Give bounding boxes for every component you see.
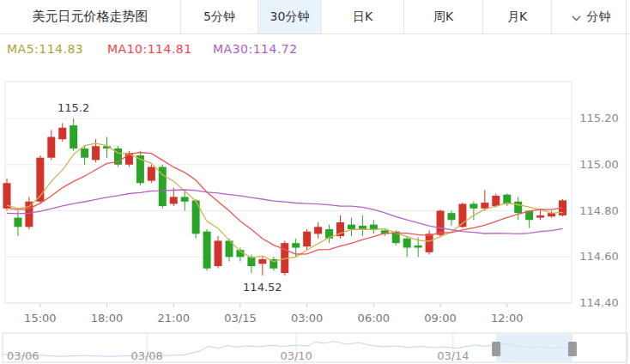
- candle-body: [25, 202, 33, 228]
- candle-body: [170, 197, 178, 203]
- x-axis-label: 18:00: [86, 312, 129, 325]
- x-axis-label: 06:00: [352, 312, 395, 325]
- candle-body: [159, 167, 167, 206]
- x-axis-label: 21:00: [152, 312, 195, 325]
- candle-body: [47, 137, 55, 158]
- navigator-handle-right[interactable]: [568, 342, 577, 356]
- y-axis-label: 114.80: [573, 204, 625, 217]
- candle-body: [36, 158, 44, 202]
- candle-body: [437, 211, 445, 235]
- candle-body: [492, 196, 500, 206]
- y-axis-label: 115.20: [573, 112, 625, 124]
- container-right-border: [626, 0, 627, 364]
- candle-body: [81, 149, 88, 158]
- candle-body: [70, 125, 77, 149]
- y-axis-label: 115.00: [573, 158, 625, 171]
- candle-body: [181, 197, 189, 201]
- candle-body: [215, 240, 222, 266]
- usdjpy-chart-widget: 美元日元价格走势图 5分钟 30分钟 日K 周K 月K 分钟 MA5:114.8…: [0, 0, 630, 364]
- candle-body: [469, 203, 477, 208]
- navigator-selection-window[interactable]: [496, 334, 572, 361]
- high-price-annotation: 115.2: [48, 101, 100, 114]
- candle-body: [536, 215, 544, 218]
- candle-body: [203, 232, 211, 269]
- candle-body: [426, 234, 433, 252]
- navigator-date-label: 03/06: [7, 349, 39, 362]
- y-axis-label: 114.60: [573, 250, 625, 263]
- candle-body: [481, 203, 488, 209]
- y-axis-label: 114.40: [573, 296, 625, 309]
- candle-body: [92, 146, 100, 160]
- x-axis-label: 03/15: [219, 312, 262, 325]
- candle-body: [403, 239, 411, 248]
- candle-body: [415, 246, 422, 248]
- candlestick-chart-canvas[interactable]: [0, 0, 630, 364]
- navigator-handle-left[interactable]: [492, 342, 500, 356]
- candle-body: [303, 232, 311, 246]
- candle-body: [148, 167, 155, 180]
- candle-body: [448, 213, 456, 220]
- x-axis-label: 03:00: [286, 312, 329, 325]
- candle-body: [314, 227, 322, 234]
- candle-body: [370, 225, 378, 229]
- candle-body: [348, 225, 355, 229]
- candle-body: [292, 243, 300, 247]
- navigator-date-label: 03/08: [126, 349, 167, 362]
- navigator-date-label: 03/10: [276, 349, 317, 362]
- candle-body: [258, 259, 266, 264]
- candle-body: [14, 218, 21, 228]
- navigator-date-label: 03/14: [433, 349, 474, 362]
- candle-body: [514, 202, 522, 213]
- x-axis-label: 15:00: [19, 312, 62, 325]
- low-price-annotation: 114.52: [237, 281, 288, 294]
- x-axis-label: 09:00: [419, 312, 462, 325]
- candle-body: [58, 128, 66, 139]
- candle-body: [3, 183, 11, 209]
- x-axis-label: 12:00: [486, 312, 529, 325]
